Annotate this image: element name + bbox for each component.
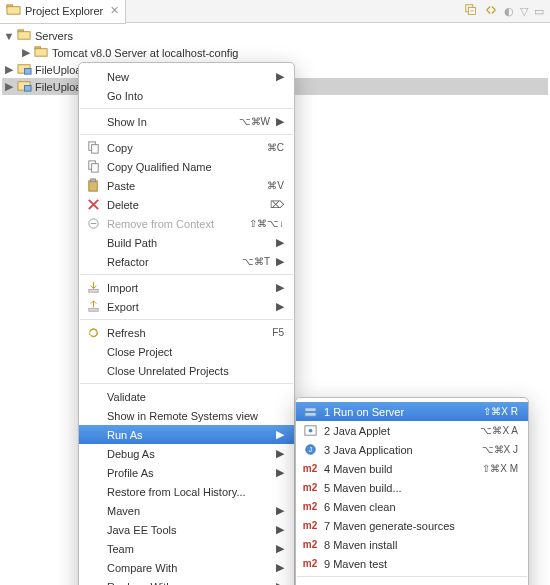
copy-icon <box>85 140 101 156</box>
svg-rect-10 <box>25 69 32 75</box>
menu-go-into[interactable]: Go Into <box>79 86 294 105</box>
project-explorer-header: Project Explorer ✕ ◐ ▽ ▭ <box>0 0 550 23</box>
menu-refresh[interactable]: RefreshF5 <box>79 323 294 342</box>
svg-rect-14 <box>91 145 98 153</box>
view-menu-icon[interactable]: ▽ <box>520 5 528 18</box>
refresh-icon <box>85 325 101 341</box>
submenu-maven-clean[interactable]: m26 Maven clean <box>296 497 528 516</box>
paste-icon <box>85 178 101 194</box>
menu-copy-qualified[interactable]: Copy Qualified Name <box>79 157 294 176</box>
project-icon <box>17 78 32 95</box>
menu-maven[interactable]: Maven▶ <box>79 501 294 520</box>
export-icon <box>85 299 101 315</box>
project-explorer-tab[interactable]: Project Explorer ✕ <box>0 0 126 24</box>
panel-title-text: Project Explorer <box>25 5 103 17</box>
folder-servers-icon <box>17 27 32 44</box>
menu-build-path[interactable]: Build Path▶ <box>79 233 294 252</box>
context-menu: New▶ Go Into Show In⌥⌘W▶ Copy⌘C Copy Qua… <box>78 62 295 585</box>
tree-node-servers[interactable]: ▼ Servers <box>2 27 548 44</box>
svg-rect-6 <box>18 32 30 40</box>
svg-text:J: J <box>308 446 311 453</box>
submenu-maven-gensources[interactable]: m27 Maven generate-sources <box>296 516 528 535</box>
folder-icon <box>34 44 49 61</box>
menu-separator <box>80 108 293 109</box>
menu-show-in[interactable]: Show In⌥⌘W▶ <box>79 112 294 131</box>
menu-debug-as[interactable]: Debug As▶ <box>79 444 294 463</box>
maven-icon: m2 <box>302 480 318 496</box>
maven-icon: m2 <box>302 556 318 572</box>
maven-icon: m2 <box>302 499 318 515</box>
menu-separator <box>80 383 293 384</box>
svg-rect-23 <box>304 408 315 412</box>
close-view-icon[interactable]: ✕ <box>110 4 119 17</box>
menu-refactor[interactable]: Refactor⌥⌘T▶ <box>79 252 294 271</box>
menu-jee-tools[interactable]: Java EE Tools▶ <box>79 520 294 539</box>
java-app-icon: J <box>302 442 318 458</box>
menu-separator <box>80 319 293 320</box>
maven-icon: m2 <box>302 537 318 553</box>
twistie-closed-icon[interactable]: ▶ <box>4 65 14 75</box>
menu-compare-with[interactable]: Compare With▶ <box>79 558 294 577</box>
submenu-maven-test[interactable]: m29 Maven test <box>296 554 528 573</box>
twistie-open-icon[interactable]: ▼ <box>4 31 14 41</box>
project-icon <box>17 61 32 78</box>
menu-run-as[interactable]: Run As▶ <box>79 425 294 444</box>
submenu-run-on-server[interactable]: 1 Run on Server⇧⌘X R <box>296 402 528 421</box>
submenu-java-application[interactable]: J3 Java Application⌥⌘X J <box>296 440 528 459</box>
svg-rect-22 <box>88 308 97 311</box>
submenu-run-configurations[interactable]: Run Configurations... <box>296 580 528 585</box>
panel-toolbar: ◐ ▽ ▭ <box>464 3 550 19</box>
menu-close-project[interactable]: Close Project <box>79 342 294 361</box>
menu-import[interactable]: Import▶ <box>79 278 294 297</box>
tree-label: Servers <box>35 30 73 42</box>
submenu-maven-install[interactable]: m28 Maven install <box>296 535 528 554</box>
java-applet-icon <box>302 423 318 439</box>
collapse-all-icon[interactable] <box>464 3 478 19</box>
menu-restore-history[interactable]: Restore from Local History... <box>79 482 294 501</box>
menu-team[interactable]: Team▶ <box>79 539 294 558</box>
submenu-run-as: 1 Run on Server⇧⌘X R 2 Java Applet⌥⌘X A … <box>295 397 529 585</box>
tree-label: Tomcat v8.0 Server at localhost-config <box>52 47 238 59</box>
maven-icon: m2 <box>302 518 318 534</box>
menu-delete[interactable]: Delete⌦ <box>79 195 294 214</box>
copy-qualified-icon <box>85 159 101 175</box>
menu-copy[interactable]: Copy⌘C <box>79 138 294 157</box>
twistie-closed-icon[interactable]: ▶ <box>4 82 14 92</box>
minimize-icon[interactable]: ▭ <box>534 5 544 18</box>
navigator-icon <box>6 2 21 19</box>
svg-rect-8 <box>35 49 47 57</box>
menu-replace-with[interactable]: Replace With▶ <box>79 577 294 585</box>
svg-point-26 <box>308 429 312 433</box>
server-icon <box>302 404 318 420</box>
submenu-maven-build[interactable]: m24 Maven build⇧⌘X M <box>296 459 528 478</box>
menu-remove-context[interactable]: Remove from Context⇧⌘⌥↓ <box>79 214 294 233</box>
menu-show-remote[interactable]: Show in Remote Systems view <box>79 406 294 425</box>
svg-rect-21 <box>88 289 97 292</box>
import-icon <box>85 280 101 296</box>
svg-rect-12 <box>25 86 32 92</box>
menu-close-unrelated[interactable]: Close Unrelated Projects <box>79 361 294 380</box>
remove-context-icon <box>85 216 101 232</box>
menu-paste[interactable]: Paste⌘V <box>79 176 294 195</box>
maven-icon: m2 <box>302 461 318 477</box>
menu-profile-as[interactable]: Profile As▶ <box>79 463 294 482</box>
menu-validate[interactable]: Validate <box>79 387 294 406</box>
submenu-java-applet[interactable]: 2 Java Applet⌥⌘X A <box>296 421 528 440</box>
focus-task-icon[interactable]: ◐ <box>504 5 514 18</box>
twistie-closed-icon[interactable]: ▶ <box>21 48 31 58</box>
svg-rect-17 <box>88 181 96 191</box>
menu-separator <box>80 134 293 135</box>
svg-rect-18 <box>90 179 95 182</box>
svg-rect-24 <box>304 412 315 416</box>
link-editor-icon[interactable] <box>484 3 498 19</box>
svg-rect-16 <box>91 164 98 172</box>
menu-new[interactable]: New▶ <box>79 67 294 86</box>
tree-node-tomcat[interactable]: ▶ Tomcat v8.0 Server at localhost-config <box>2 44 548 61</box>
menu-separator <box>297 576 527 577</box>
menu-export[interactable]: Export▶ <box>79 297 294 316</box>
svg-rect-1 <box>7 7 20 15</box>
delete-icon <box>85 197 101 213</box>
menu-separator <box>80 274 293 275</box>
submenu-maven-build-dots[interactable]: m25 Maven build... <box>296 478 528 497</box>
